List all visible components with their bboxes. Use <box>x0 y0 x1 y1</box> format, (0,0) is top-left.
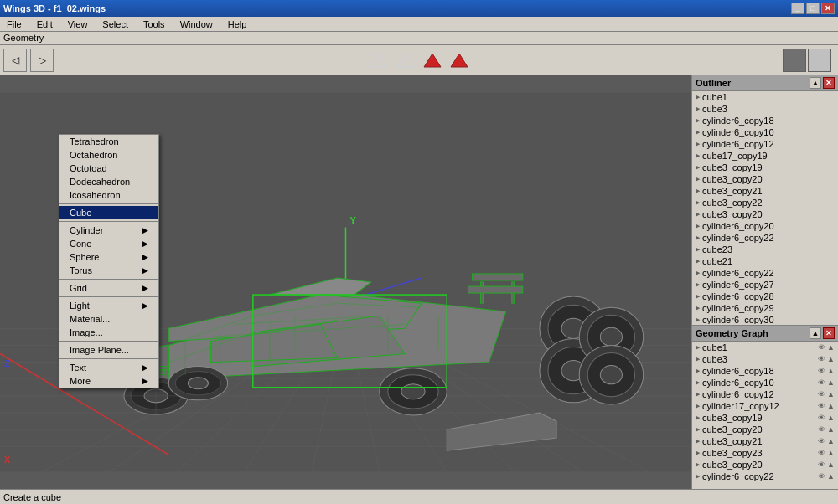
outliner-scroll-up[interactable]: ▲ <box>810 77 821 89</box>
ctx-image[interactable]: Image... <box>59 326 158 339</box>
outliner-header-btns: ▲ ✕ <box>810 77 835 89</box>
outliner-item[interactable]: cylinder6_copy27 <box>692 279 838 291</box>
ctx-separator-2 <box>59 221 158 222</box>
view-btn-1[interactable] <box>783 49 806 72</box>
menu-file[interactable]: File <box>3 18 25 30</box>
arrow-btn-1[interactable] <box>367 49 391 72</box>
arrow-btn-2[interactable] <box>394 49 417 72</box>
arrow-btn-4[interactable] <box>447 49 471 72</box>
outliner-item[interactable]: cylinder6_copy30 <box>692 314 838 324</box>
outliner-item[interactable]: cube3_copy22 <box>692 197 838 208</box>
outliner-item[interactable]: cube3_copy20 <box>692 208 838 220</box>
ctx-arrow-sphere: ▶ <box>142 253 148 261</box>
ctx-light[interactable]: Light ▶ <box>59 299 158 312</box>
menu-view[interactable]: View <box>65 18 91 30</box>
ctx-more[interactable]: More ▶ <box>59 374 158 388</box>
outliner-item[interactable]: cylinder6_copy22 <box>692 232 838 244</box>
ctx-cube[interactable]: Cube <box>59 206 158 219</box>
geom-graph-scroll-up[interactable]: ▲ <box>810 327 821 339</box>
outliner-item[interactable]: cube21 <box>692 255 838 267</box>
minimize-button[interactable]: _ <box>791 3 804 14</box>
ctx-grid[interactable]: Grid ▶ <box>59 281 158 295</box>
viewport[interactable]: X Y Z X X <box>0 75 691 489</box>
graph-item[interactable]: cylinder6_copy22 👁 ▲ <box>692 471 838 482</box>
maximize-button[interactable]: □ <box>806 3 820 14</box>
ctx-separator-5 <box>59 341 158 342</box>
ctx-arrow-text: ▶ <box>142 363 148 372</box>
outliner-item[interactable]: cube3_copy20 <box>692 173 838 185</box>
ctx-image-plane[interactable]: Image Plane... <box>59 343 158 357</box>
svg-marker-1 <box>397 54 414 67</box>
outliner-item[interactable]: cube1 <box>692 91 838 103</box>
graph-item[interactable]: cylinder17_copy12 👁 ▲ <box>692 400 838 412</box>
outliner-item[interactable]: cylinder6_copy20 <box>692 220 838 232</box>
ctx-cylinder[interactable]: Cylinder ▶ <box>59 224 158 237</box>
eye-icon: 👁 <box>818 472 825 481</box>
graph-item[interactable]: cube3_copy19 👁 ▲ <box>692 412 838 424</box>
graph-item[interactable]: cylinder6_copy12 👁 ▲ <box>692 388 838 400</box>
ctx-arrow-more: ▶ <box>142 377 148 385</box>
eye-icon: 👁 <box>818 402 825 410</box>
outliner-item[interactable]: cylinder6_copy10 <box>692 126 838 138</box>
outliner-item[interactable]: cylinder6_copy18 <box>692 115 838 126</box>
graph-item[interactable]: cube3_copy23 👁 ▲ <box>692 447 838 459</box>
geom-graph-close-btn[interactable]: ✕ <box>823 327 835 339</box>
graph-item[interactable]: cylinder6_copy18 👁 ▲ <box>692 365 838 377</box>
graph-item[interactable]: cube3_copy20 👁 ▲ <box>692 424 838 435</box>
toolbar-right-btn[interactable]: ▷ <box>30 49 54 72</box>
window-controls[interactable]: _ □ ✕ <box>791 3 835 14</box>
ctx-icosahedron[interactable]: Icosahedron <box>59 188 158 202</box>
outliner-item[interactable]: cylinder6_copy12 <box>692 138 838 150</box>
ctx-text[interactable]: Text ▶ <box>59 361 158 374</box>
ctx-octahedron[interactable]: Octahedron <box>59 148 158 162</box>
outliner-item[interactable]: cube3 <box>692 103 838 115</box>
graph-item[interactable]: cube1 👁 ▲ <box>692 342 838 353</box>
graph-item[interactable]: cube3 👁 ▲ <box>692 353 838 365</box>
ctx-octotoad[interactable]: Octotoad <box>59 162 158 175</box>
ctx-dodecahedron[interactable]: Dodecahedron <box>59 175 158 188</box>
ctx-arrow-cone: ▶ <box>142 239 148 248</box>
view-btn-2[interactable] <box>808 49 831 72</box>
outliner-item[interactable]: cube3_copy19 <box>692 162 838 173</box>
svg-point-50 <box>188 378 208 389</box>
toolbar-right <box>783 49 831 72</box>
ctx-separator-6 <box>59 358 158 359</box>
menu-select[interactable]: Select <box>99 18 132 30</box>
geom-graph-list[interactable]: cube1 👁 ▲ cube3 👁 ▲ cylinder6_copy18 <box>692 342 838 488</box>
arrow-btn-3[interactable] <box>421 49 444 72</box>
ctx-separator-1 <box>59 203 158 204</box>
outliner-item[interactable]: cube17_copy19 <box>692 150 838 162</box>
ctx-sphere[interactable]: Sphere ▶ <box>59 250 158 264</box>
toolbar-left-btn[interactable]: ◁ <box>3 49 27 72</box>
outliner-item[interactable]: cube3_copy21 <box>692 185 838 197</box>
outliner-item[interactable]: cylinder6_copy29 <box>692 302 838 314</box>
arrow-icon: ▲ <box>827 343 835 352</box>
title-bar: Wings 3D - f1_02.wings _ □ ✕ <box>0 0 838 17</box>
menu-edit[interactable]: Edit <box>34 18 56 30</box>
menu-tools[interactable]: Tools <box>140 18 168 30</box>
outliner-item[interactable]: cylinder6_copy22 <box>692 267 838 279</box>
eye-icon: 👁 <box>818 378 825 387</box>
outliner-item[interactable]: cube23 <box>692 244 838 255</box>
graph-item[interactable]: cube3_copy20 👁 ▲ <box>692 459 838 471</box>
outliner-panel: Outliner ▲ ✕ cube1 cube3 cylinder6_copy1… <box>692 75 838 326</box>
graph-item[interactable]: cube3_copy21 👁 ▲ <box>692 435 838 447</box>
arrow-icon: ▲ <box>827 402 835 410</box>
outliner-close-btn[interactable]: ✕ <box>823 77 835 89</box>
ctx-torus[interactable]: Torus ▶ <box>59 264 158 277</box>
close-button[interactable]: ✕ <box>821 3 835 14</box>
toolbar-center <box>367 49 471 72</box>
outliner-list[interactable]: cube1 cube3 cylinder6_copy18 cylinder6_c… <box>692 91 838 324</box>
svg-point-62 <box>600 366 622 384</box>
main-area: X Y Z X X <box>0 75 838 489</box>
toolbar: ◁ ▷ <box>0 45 838 75</box>
ctx-material[interactable]: Material... <box>59 312 158 326</box>
svg-text:X: X <box>4 455 11 465</box>
menu-window[interactable]: Window <box>177 18 216 30</box>
graph-item[interactable]: cylinder6_copy10 👁 ▲ <box>692 377 838 388</box>
eye-icon: 👁 <box>818 343 825 352</box>
menu-help[interactable]: Help <box>225 18 251 30</box>
ctx-cone[interactable]: Cone ▶ <box>59 237 158 250</box>
outliner-item[interactable]: cylinder6_copy28 <box>692 291 838 302</box>
ctx-tetrahedron[interactable]: Tetrahedron <box>59 135 158 148</box>
